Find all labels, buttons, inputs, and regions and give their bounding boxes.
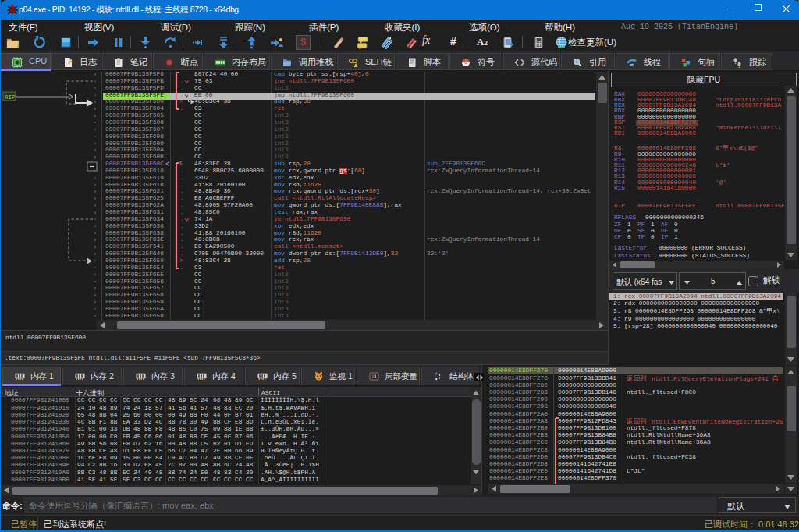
svg-text:RIP: RIP (5, 94, 16, 101)
